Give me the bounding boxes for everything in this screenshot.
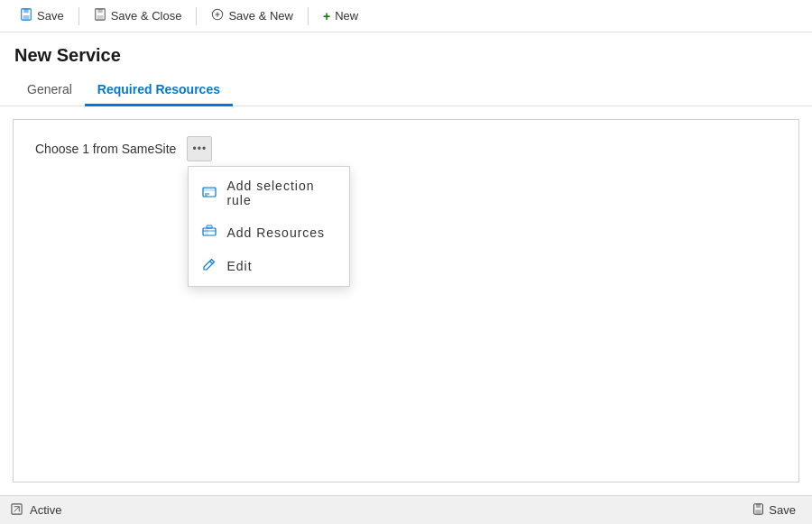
save-new-icon [211, 8, 224, 23]
new-button[interactable]: + New [314, 5, 367, 27]
save-label: Save [37, 9, 64, 23]
edit-icon [201, 257, 217, 274]
choose-section: Choose 1 from SameSite ••• [14, 120, 798, 178]
edit-label: Edit [226, 259, 252, 273]
add-selection-rule-label: Add selection rule [226, 179, 337, 207]
svg-rect-19 [756, 510, 762, 513]
divider-3 [308, 7, 309, 25]
svg-rect-14 [207, 225, 212, 228]
svg-rect-8 [203, 188, 216, 191]
save-new-button[interactable]: Save & New [202, 5, 302, 27]
page-title: New Service [14, 45, 798, 66]
svg-rect-1 [23, 9, 28, 13]
status-bar: Active Save [0, 495, 812, 524]
tab-general[interactable]: General [14, 75, 85, 106]
save-button[interactable]: Save [11, 5, 73, 27]
add-selection-rule-item[interactable]: Add selection rule [189, 170, 349, 216]
save-close-button[interactable]: Save & Close [85, 5, 191, 27]
status-save-icon [752, 503, 764, 518]
svg-rect-2 [23, 15, 30, 19]
status-save-button[interactable]: Save [747, 501, 801, 519]
save-new-label: Save & New [228, 9, 293, 23]
svg-rect-4 [97, 9, 102, 13]
save-close-icon [94, 8, 106, 23]
divider-2 [196, 7, 197, 25]
page-header: New Service [0, 32, 812, 75]
edit-item[interactable]: Edit [189, 249, 349, 282]
toolbar: Save Save & Close Save & New + New [0, 0, 812, 32]
new-icon: + [323, 9, 330, 23]
status-save-label: Save [769, 503, 796, 517]
add-resources-icon [201, 224, 217, 241]
status-text: Active [30, 503, 61, 517]
svg-rect-18 [756, 503, 761, 507]
svg-line-15 [210, 262, 213, 264]
save-icon [20, 8, 32, 23]
ellipsis-icon: ••• [193, 142, 208, 155]
choose-label: Choose 1 from SameSite [35, 142, 176, 156]
new-label: New [335, 9, 358, 23]
tabs-container: General Required Resources [0, 75, 812, 106]
svg-rect-12 [205, 228, 208, 235]
dropdown-menu: Add selection rule Add Resources [188, 166, 350, 287]
divider-1 [78, 7, 79, 25]
tab-required-resources[interactable]: Required Resources [85, 75, 233, 106]
svg-rect-5 [97, 15, 103, 19]
selection-rule-icon [201, 185, 217, 202]
content-panel: Choose 1 from SameSite ••• [13, 119, 799, 483]
add-resources-label: Add Resources [226, 225, 325, 240]
save-close-label: Save & Close [111, 9, 182, 23]
expand-icon[interactable] [11, 503, 23, 518]
status-left: Active [11, 503, 61, 518]
add-resources-item[interactable]: Add Resources [189, 216, 349, 249]
main-content: Choose 1 from SameSite ••• [0, 106, 812, 495]
more-options-button[interactable]: ••• Add selection rule [187, 136, 212, 161]
